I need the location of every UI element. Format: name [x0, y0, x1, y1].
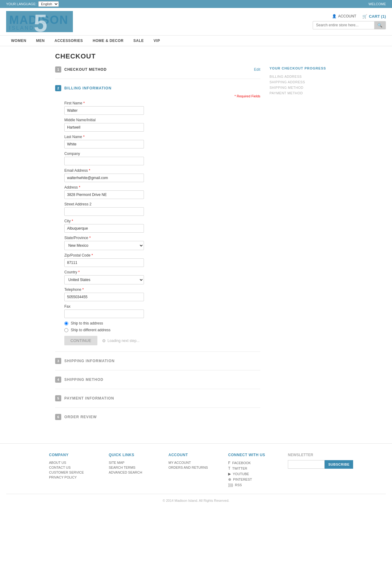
middle-name-input[interactable]	[64, 123, 144, 132]
progress-shipping-addr: SHIPPING ADDRESS	[270, 79, 337, 85]
youtube-icon: ▶	[228, 472, 231, 476]
step-1-edit[interactable]: Edit	[254, 67, 260, 72]
newsletter-email-input[interactable]	[288, 460, 325, 469]
cart-icon: 🛒	[362, 14, 367, 19]
zip-row: Zip/Postal Code *	[64, 253, 260, 267]
footer-orders[interactable]: ORDERS AND RETURNS	[168, 465, 216, 470]
middle-name-row: Middle Name/Initial	[64, 118, 260, 132]
country-select[interactable]: United States Canada Mexico	[64, 275, 144, 284]
facebook-icon: f	[228, 461, 230, 465]
footer-search-terms[interactable]: SEARCH TERMS	[109, 465, 156, 470]
required-note: * Required Fields	[64, 94, 260, 98]
footer-facebook[interactable]: f FACEBOOK	[228, 460, 276, 466]
nav-item-accessories[interactable]: ACCESSORIES	[50, 36, 88, 46]
ship-to-different-radio[interactable]	[64, 328, 68, 332]
footer-advanced-search[interactable]: ADVANCED SEARCH	[109, 470, 156, 475]
nav-item-vip[interactable]: VIP	[149, 36, 165, 46]
ship-to-different-row: Ship to different address	[64, 328, 260, 332]
nav-item-sale[interactable]: SALE	[129, 36, 149, 46]
address-label: Address *	[64, 185, 260, 190]
step-1-number: 1	[55, 66, 61, 73]
footer-privacy[interactable]: PRIVACY POLICY	[49, 475, 96, 480]
step-5-header: 5 PAYMENT INFORMATION	[55, 395, 260, 401]
logo-area[interactable]: MADISON ISLAND 5	[6, 11, 73, 32]
step-4-header: 4 SHIPPING METHOD	[55, 377, 260, 383]
language-label: YOUR LANGUAGE:	[6, 2, 36, 6]
footer-account-title: ACCOUNT	[168, 453, 216, 457]
footer-contact[interactable]: CONTACT US	[49, 465, 96, 470]
ship-to-different-label: Ship to different address	[71, 328, 111, 332]
state-select[interactable]: New Mexico Alabama Alaska Arizona Califo…	[64, 241, 144, 250]
company-row: Company	[64, 152, 260, 165]
cart-label: CART (1)	[369, 14, 386, 19]
loading-indicator: ⚙ Loading next step...	[102, 338, 140, 343]
state-row: State/Province * New Mexico Alabama Alas…	[64, 236, 260, 250]
step-1: 1 CHECKOUT METHOD Edit	[55, 66, 260, 73]
footer-customer-service[interactable]: CUSTOMER SERVICE	[49, 470, 96, 475]
account-label: ACCOUNT	[338, 14, 356, 18]
company-input[interactable]	[64, 157, 144, 165]
nav-item-home[interactable]: HOME & DECOR	[88, 36, 129, 46]
newsletter-subscribe-button[interactable]: SUBSCRIBE	[325, 460, 353, 469]
fax-row: Fax	[64, 304, 260, 318]
street2-row: Street Address 2	[64, 202, 260, 216]
footer-copyright: © 2014 Madison Island. All Rights Reserv…	[6, 494, 386, 507]
footer-company: COMPANY ABOUT US CONTACT US CUSTOMER SER…	[49, 453, 96, 488]
welcome-text: WELCOME	[368, 2, 386, 6]
first-name-input[interactable]	[64, 106, 144, 115]
footer-about[interactable]: ABOUT US	[49, 460, 96, 465]
footer-social: CONNECT WITH US f FACEBOOK t TWITTER ▶ Y…	[228, 453, 276, 488]
footer-quick-title: QUICK LINKS	[109, 453, 156, 457]
account-link[interactable]: 👤 ACCOUNT	[332, 14, 356, 18]
header-right: 👤 ACCOUNT 🛒 CART (1) 🔍	[313, 14, 386, 29]
step-4-title: SHIPPING METHOD	[64, 377, 104, 382]
email-input[interactable]	[64, 174, 144, 182]
step-2: 2 BILLING INFORMATION * Required Fields …	[55, 85, 260, 345]
city-row: City *	[64, 219, 260, 233]
footer-company-title: COMPANY	[49, 453, 96, 457]
last-name-input[interactable]	[64, 140, 144, 148]
city-input[interactable]	[64, 224, 144, 233]
main-nav: WOMEN MEN ACCESSORIES HOME & DECOR SALE …	[0, 36, 392, 46]
twitter-icon: t	[228, 466, 230, 471]
footer-twitter[interactable]: t TWITTER	[228, 466, 276, 471]
language-dropdown[interactable]: English	[38, 1, 59, 7]
step-3-header: 3 SHIPPING INFORMATION	[55, 358, 260, 364]
zip-input[interactable]	[64, 258, 144, 267]
address-input[interactable]	[64, 190, 144, 199]
language-selector[interactable]: YOUR LANGUAGE: English	[6, 1, 59, 7]
step-5: 5 PAYMENT INFORMATION	[55, 395, 260, 401]
facebook-label: FACEBOOK	[232, 461, 251, 465]
ship-to-this-radio[interactable]	[64, 321, 68, 325]
rss-label: RSS	[235, 483, 242, 487]
logo-number: 5	[34, 11, 47, 36]
zip-label: Zip/Postal Code *	[64, 253, 260, 257]
step-6: 6 ORDER REVIEW	[55, 414, 260, 420]
nav-item-men[interactable]: MEN	[31, 36, 50, 46]
continue-button[interactable]: CONTINUE	[64, 336, 97, 345]
progress-title: YOUR CHECKOUT PROGRESS	[270, 66, 337, 70]
checkout-sidebar: YOUR CHECKOUT PROGRESS BILLING ADDRESS S…	[270, 66, 337, 425]
site-header: MADISON ISLAND 5 👤 ACCOUNT 🛒 CART (1) 🔍	[0, 8, 392, 36]
cart-link[interactable]: 🛒 CART (1)	[362, 14, 386, 19]
search-input[interactable]	[313, 21, 374, 29]
footer-quick-links: QUICK LINKS SITE MAP SEARCH TERMS ADVANC…	[109, 453, 156, 488]
step-2-title: BILLING INFORMATION	[64, 86, 111, 90]
search-button[interactable]: 🔍	[374, 21, 386, 29]
pinterest-label: PINTEREST	[233, 478, 252, 481]
step-3-title: SHIPPING INFORMATION	[64, 359, 115, 363]
step-2-number: 2	[55, 85, 61, 91]
telephone-input[interactable]	[64, 293, 144, 301]
first-name-label: First Name *	[64, 101, 260, 105]
street2-input[interactable]	[64, 207, 144, 216]
footer-sitemap[interactable]: SITE MAP	[109, 460, 156, 465]
footer-pinterest[interactable]: ⊕ PINTEREST	[228, 477, 276, 482]
footer-my-account[interactable]: MY ACCOUNT	[168, 460, 216, 465]
footer-youtube[interactable]: ▶ YOUTUBE	[228, 471, 276, 477]
email-row: Email Address *	[64, 168, 260, 182]
nav-item-women[interactable]: WOMEN	[6, 36, 31, 46]
address-row: Address *	[64, 185, 260, 199]
footer-rss[interactable]: )))) RSS	[228, 482, 276, 488]
site-footer: COMPANY ABOUT US CONTACT US CUSTOMER SER…	[0, 443, 392, 510]
fax-input[interactable]	[64, 310, 144, 318]
